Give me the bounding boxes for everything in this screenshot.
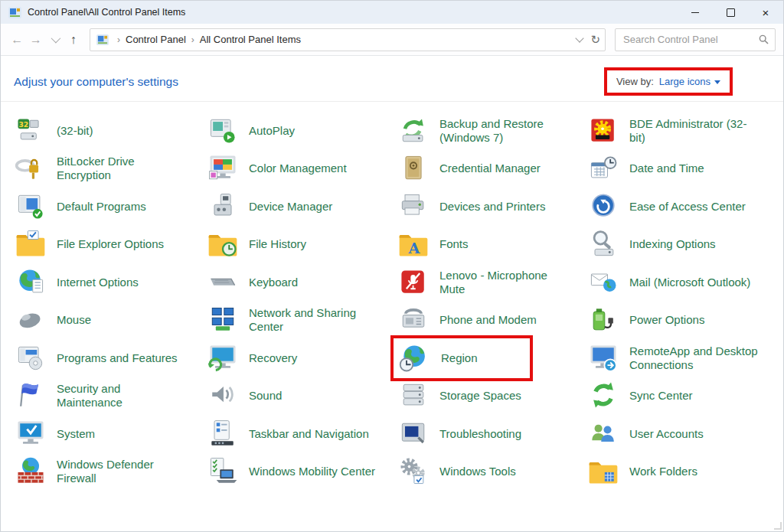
system-icon [14,417,47,451]
region-icon [398,341,432,375]
item-label: Mouse [57,313,91,327]
control-panel-item[interactable]: Network and Sharing Center [206,303,381,337]
control-panel-item[interactable]: System [14,417,95,451]
grid-cell: Power Options [586,302,772,340]
grid-cell: Devices and Printers [397,188,586,226]
control-panel-item[interactable]: Power Options [586,303,704,337]
grid-cell: Backup and Restore (Windows 7) [397,112,586,150]
item-label: Keyboard [249,276,298,289]
control-panel-item[interactable]: RemoteApp and Desktop Connections [586,341,761,375]
control-panel-item[interactable]: Devices and Printers [397,190,545,224]
item-label: Color Management [249,162,347,175]
windows-tools-icon [397,455,430,488]
control-panel-item[interactable]: Region [390,335,533,381]
control-panel-item[interactable]: Troubleshooting [397,417,521,451]
svg-text:A: A [407,240,420,257]
control-panel-item[interactable]: Sync Center [586,379,693,413]
control-panel-item[interactable]: A Fonts [397,227,469,261]
control-panel-item[interactable]: Credential Manager [397,152,541,185]
item-label: Sync Center [629,389,693,403]
forward-button[interactable]: → [28,29,45,51]
title-bar: Control Panel\All Control Panel Items × [1,1,783,24]
breadcrumb-all-items[interactable]: All Control Panel Items [200,34,301,45]
item-label: System [57,427,95,441]
control-panel-item[interactable]: Date and Time [586,152,704,185]
control-panel-item[interactable]: Windows Defender Firewall [14,455,188,488]
resize-grip-icon[interactable] [774,522,782,530]
item-label: Devices and Printers [439,200,545,214]
item-label: Fonts [439,237,469,251]
control-panel-item[interactable]: Keyboard [206,266,298,299]
grid-cell: File History [206,226,397,264]
control-panel-item[interactable]: Taskbar and Navigation [206,417,369,451]
maximize-button[interactable] [713,1,748,24]
item-label: (32-bit) [57,124,93,138]
item-label: Region [441,351,478,365]
control-panel-item[interactable]: Mouse [14,303,91,337]
address-dropdown-icon[interactable] [576,34,584,42]
item-label: Credential Manager [439,162,541,175]
control-panel-item[interactable]: Storage Spaces [397,379,521,413]
control-panel-item[interactable]: Programs and Features [14,341,178,375]
refresh-icon[interactable]: ↻ [590,34,600,45]
control-panel-item[interactable]: 32 (32-bit) [14,114,93,148]
control-panel-item[interactable]: Work Folders [586,455,697,488]
bitlocker-icon [14,152,47,185]
grid-cell: Lenovo - Microphone Mute [397,263,586,302]
control-panel-item[interactable]: Ease of Access Center [586,190,746,224]
troubleshooting-icon [397,417,430,451]
control-panel-item[interactable]: Device Manager [206,190,332,224]
address-bar[interactable]: › Control Panel › All Control Panel Item… [90,28,606,51]
remoteapp-icon [586,341,620,375]
item-label: Programs and Features [57,351,178,365]
control-panel-item[interactable]: Security and Maintenance [14,379,188,413]
devices-printers-icon [397,190,430,224]
control-panel-item[interactable]: Recovery [206,341,297,375]
back-button[interactable]: ← [8,29,26,51]
control-panel-item[interactable]: User Accounts [586,417,704,451]
control-panel-item[interactable]: Phone and Modem [397,303,537,337]
control-panel-item[interactable]: Windows Mobility Center [206,455,375,488]
mobility-center-icon [206,455,240,488]
sync-center-icon [586,379,620,413]
control-panel-item[interactable]: Color Management [206,152,347,185]
control-panel-item[interactable]: File History [206,227,306,261]
breadcrumb-separator: › [191,34,194,45]
control-panel-item[interactable]: Default Programs [14,190,146,224]
grid-cell: Work Folders [586,453,772,491]
control-panel-item[interactable]: File Explorer Options [14,227,164,261]
control-panel-item[interactable]: Lenovo - Microphone Mute [397,266,571,299]
breadcrumb-control-panel[interactable]: Control Panel [126,34,186,45]
page-header: Adjust your computer's settings View by:… [1,56,783,91]
grid-cell: A Fonts [397,226,586,264]
control-panel-item[interactable]: Indexing Options [586,227,716,261]
item-label: Work Folders [629,465,697,478]
control-panel-item[interactable]: BitLocker Drive Encryption [14,152,188,185]
control-panel-item[interactable]: Backup and Restore (Windows 7) [397,114,571,148]
control-panel-icon [8,7,21,18]
back-arrow-icon: ← [11,33,23,47]
recent-pages-button[interactable] [46,29,64,51]
window-title: Control Panel\All Control Panel Items [28,7,185,18]
grid-cell: Device Manager [206,188,397,226]
grid-cell: Phone and Modem [397,302,586,340]
item-label: Phone and Modem [439,313,537,327]
control-panel-item[interactable]: Internet Options [14,266,139,299]
control-panel-item[interactable]: BDE Administrator (32-bit) [586,114,761,148]
up-button[interactable]: ↑ [65,29,83,51]
view-by-dropdown[interactable]: Large icons [659,76,720,87]
control-panel-item[interactable]: Sound [206,379,282,413]
view-by-value: Large icons [659,76,710,87]
control-panel-item[interactable]: Mail (Microsoft Outlook) [586,266,750,299]
search-box[interactable] [615,28,776,51]
close-button[interactable]: × [748,1,783,24]
item-label: Storage Spaces [439,389,521,403]
item-label: User Accounts [629,427,704,441]
search-input[interactable] [622,33,759,46]
control-panel-item[interactable]: Windows Tools [397,455,516,488]
control-panel-item[interactable]: AutoPlay [206,114,295,148]
minimize-button[interactable] [678,1,713,24]
close-icon: × [763,7,769,18]
grid-cell: Troubleshooting [397,415,586,453]
item-label: File History [249,237,306,251]
